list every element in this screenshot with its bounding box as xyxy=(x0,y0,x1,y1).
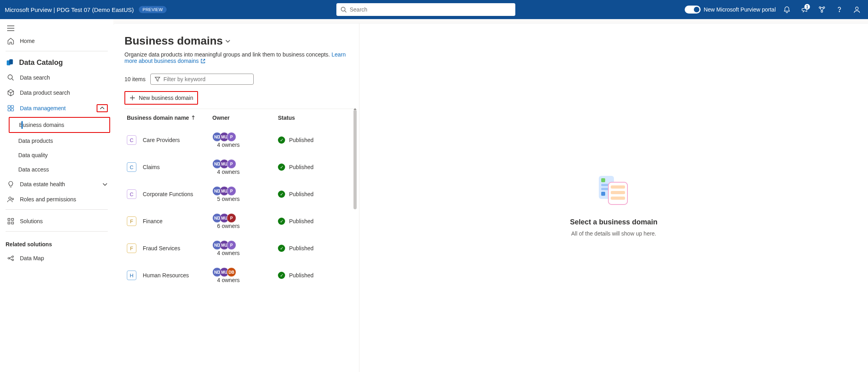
empty-illustration-icon xyxy=(595,170,633,208)
page-description: Organize data products into meaningful g… xyxy=(124,51,355,64)
nav-data-access[interactable]: Data access xyxy=(0,162,113,177)
grid-icon xyxy=(7,218,14,225)
connections-icon[interactable] xyxy=(816,3,828,16)
item-count: 10 items xyxy=(124,76,146,82)
filter-field[interactable] xyxy=(163,76,249,82)
sidebar: Home Data Catalog Data search Data produ… xyxy=(0,19,113,372)
status-text: Published xyxy=(289,218,314,224)
page-title: Business domains xyxy=(124,35,355,47)
empty-state: Select a business domain All of the deta… xyxy=(359,35,868,372)
svg-rect-17 xyxy=(11,109,14,111)
svg-rect-16 xyxy=(8,109,10,111)
nav-solutions[interactable]: Solutions xyxy=(0,214,113,229)
nav-data-estate-health[interactable]: Data estate health xyxy=(0,177,113,192)
owner-count: 4 owners xyxy=(217,142,240,148)
svg-point-12 xyxy=(8,75,12,79)
table-header: Business domain name Owner Status xyxy=(124,109,355,127)
table-row[interactable]: C Claims NDMUP 4 owners ✓ Published xyxy=(124,154,355,181)
owner-count: 4 owners xyxy=(217,277,240,283)
owner-avatars: NDMUP xyxy=(212,240,278,250)
table-row[interactable]: C Corporate Functions NDMUP 5 owners ✓ P… xyxy=(124,181,355,208)
empty-title: Select a business domain xyxy=(570,218,657,226)
avatar: DB xyxy=(227,267,236,277)
search-input[interactable] xyxy=(350,6,511,13)
owner-cell: NDMUP 4 owners xyxy=(212,159,278,175)
svg-point-26 xyxy=(12,256,14,257)
chevron-down-icon[interactable] xyxy=(225,39,231,43)
owner-cell: NDMUP 5 owners xyxy=(212,186,278,202)
owner-count: 5 owners xyxy=(217,196,240,202)
svg-line-1 xyxy=(345,11,346,12)
nav-data-management[interactable]: Data management xyxy=(0,100,113,116)
package-icon xyxy=(7,89,14,96)
owner-count: 6 owners xyxy=(217,223,240,229)
home-icon xyxy=(7,37,14,45)
nav-data-products[interactable]: Data products xyxy=(0,134,113,148)
status-cell: ✓ Published xyxy=(278,191,353,198)
col-owner-header[interactable]: Owner xyxy=(212,115,278,121)
status-text: Published xyxy=(289,245,314,251)
toggle-label-text: New Microsoft Purview portal xyxy=(704,6,776,13)
status-cell: ✓ Published xyxy=(278,272,353,279)
status-cell: ✓ Published xyxy=(278,136,353,144)
bell-icon[interactable] xyxy=(781,3,793,16)
nav-roles-permissions[interactable]: Roles and permissions xyxy=(0,192,113,207)
owner-count: 4 owners xyxy=(217,169,240,175)
filter-row: 10 items xyxy=(124,74,355,85)
svg-rect-38 xyxy=(601,192,605,196)
nav-data-search[interactable]: Data search xyxy=(0,70,113,85)
new-business-domain-button[interactable]: New business domain xyxy=(124,91,198,105)
nav-data-quality[interactable]: Data quality xyxy=(0,148,113,162)
portal-toggle[interactable]: New Microsoft Purview portal xyxy=(685,6,776,14)
divider xyxy=(6,231,108,232)
svg-rect-21 xyxy=(8,218,10,220)
svg-point-4 xyxy=(821,11,823,12)
announce-icon[interactable]: 1 xyxy=(798,3,811,16)
global-search[interactable] xyxy=(336,3,515,16)
help-icon[interactable] xyxy=(833,3,846,16)
col-status-header[interactable]: Status xyxy=(278,115,353,121)
toggle-switch-icon xyxy=(685,6,701,14)
nav-data-map[interactable]: Data Map xyxy=(0,251,113,266)
owner-avatars: NDMUDB xyxy=(212,267,278,277)
app-title: Microsoft Purview | PDG Test 07 (Demo Ea… xyxy=(5,6,134,13)
divider xyxy=(6,51,108,51)
map-icon xyxy=(7,255,14,262)
owner-avatars: NDMUP xyxy=(212,186,278,196)
owner-cell: NDMUP 4 owners xyxy=(212,132,278,148)
nav-data-product-search[interactable]: Data product search xyxy=(0,85,113,100)
avatar: P xyxy=(227,132,236,142)
svg-point-20 xyxy=(12,198,14,200)
chevron-up-icon[interactable] xyxy=(97,104,108,112)
owner-avatars: NDMUP xyxy=(212,132,278,142)
plus-icon xyxy=(129,95,136,101)
scrollbar[interactable] xyxy=(353,110,357,209)
table-row[interactable]: C Care Providers NDMUP 4 owners ✓ Publis… xyxy=(124,127,355,154)
table-row[interactable]: F Finance NDMUP 6 owners ✓ Published xyxy=(124,208,355,235)
svg-rect-40 xyxy=(611,185,625,189)
nav-home[interactable]: Home xyxy=(0,33,113,49)
col-name-header[interactable]: Business domain name xyxy=(127,115,212,121)
avatar: P xyxy=(227,186,236,196)
table-row[interactable]: H Human Resources NDMUDB 4 owners ✓ Publ… xyxy=(124,262,355,289)
account-icon[interactable] xyxy=(851,3,863,16)
empty-subtitle: All of the details will show up here. xyxy=(571,230,656,237)
filter-input[interactable] xyxy=(150,74,254,85)
nav-business-domains[interactable]: Business domains xyxy=(10,118,109,132)
avatar: P xyxy=(227,240,236,250)
status-cell: ✓ Published xyxy=(278,245,353,252)
hamburger-button[interactable] xyxy=(0,23,113,33)
owner-avatars: NDMUP xyxy=(212,213,278,223)
domain-name-cell: H Human Resources xyxy=(127,271,212,280)
chevron-down-icon xyxy=(102,182,108,186)
domains-table: Business domain name Owner Status C Care… xyxy=(124,109,355,289)
check-circle-icon: ✓ xyxy=(278,272,285,279)
owner-count: 4 owners xyxy=(217,250,240,256)
table-row[interactable]: F Fraud Services NDMUP 4 owners ✓ Publis… xyxy=(124,235,355,262)
svg-line-30 xyxy=(203,59,205,61)
related-solutions-title: Related solutions xyxy=(0,236,113,251)
avatar: P xyxy=(227,159,236,169)
check-circle-icon: ✓ xyxy=(278,136,285,144)
domain-name-cell: F Finance xyxy=(127,216,212,226)
svg-rect-23 xyxy=(8,222,10,224)
